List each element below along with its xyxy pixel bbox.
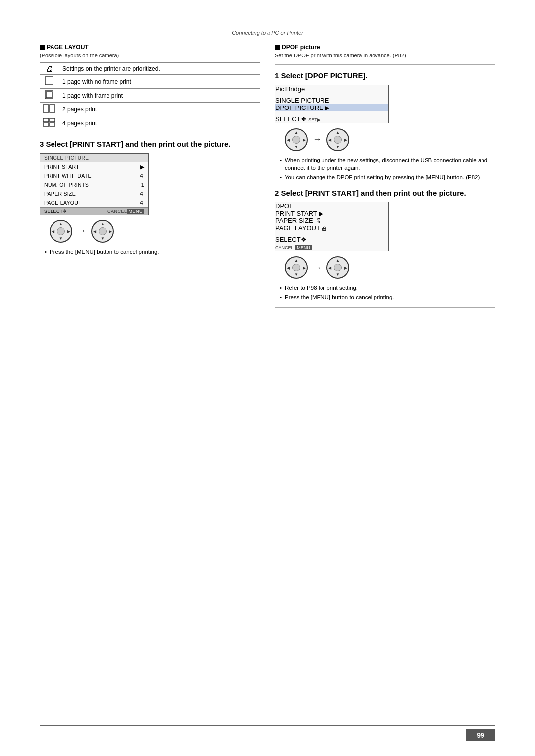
svg-rect-4 [50,105,55,112]
dpad-step2-right-r: ▶ [344,266,347,270]
dpad-step2-right: ▲ ▼ ◀ ▶ [326,256,349,279]
dpof-screen2-label-paper: PAPER SIZE [275,217,313,224]
page-container: Connecting to a PC or Printer PAGE LAYOU… [0,0,535,756]
dpof-screen2-row-start: PRINT START ▶ [275,210,388,217]
dpof-screen2-menu: MENU [295,245,312,250]
black-square-dpof-icon [275,45,280,50]
row-icon-papersize: 🖨 [139,191,144,197]
table-row: 4 pages print [40,116,260,130]
step3-header: 3 Select [PRINT START] and then print ou… [40,139,260,149]
dpad-step2-down: ▼ [294,272,298,277]
dpof-screen1-bottom: SELECT❖ SET▶ [275,115,388,123]
right-col-divider [275,307,495,308]
two-col-layout: PAGE LAYOUT (Possible layouts on the cam… [40,44,495,314]
arrow-right-step3: → [77,226,86,236]
dpof-screen1-set: SET▶ [308,117,321,122]
row-label-printstart: PRINT START [44,164,79,170]
dpof-screen2-icon-layout: 🖨 [321,224,328,232]
dpof-row-dpof-label: DPOF PICTURE [275,104,323,111]
table-row: 1 page with no frame print [40,75,260,89]
dpof-screen1-spacer [275,93,388,97]
row-arrow-printstart: ▶ [140,164,144,170]
screen-row-printstart: PRINT START ▶ [40,162,148,171]
dpad-inner-left [57,227,65,235]
step1-header: 1 Select [DPOF PICTURE]. [275,71,495,81]
table-cell-1page-text: 1 page with no frame print [58,75,260,89]
dpof-screen2-spacer [275,232,388,236]
dpad-step1-right: ▲ ▼ ◀ ▶ [326,128,349,151]
screen1-title-text: SINGLE PICTURE [44,155,89,161]
icon-cell-1frame [40,89,58,103]
cancel-label: CANCEL [107,209,127,214]
dpof-subtitle: Set the DPOF print with this camera in a… [275,53,495,58]
dpad-step1-left-r: ◀ [328,137,331,142]
dpof-screen2-title: DPOF [275,202,388,210]
svg-rect-6 [50,118,55,122]
dpad-step1-right-arrow: ▶ [303,137,306,142]
page-layout-title-text: PAGE LAYOUT [47,44,89,51]
dpad-step1-left: ▲ ▼ ◀ ▶ [285,128,308,151]
page-layout-section-title: PAGE LAYOUT [40,44,260,51]
svg-rect-5 [43,118,49,122]
dpad-step1-inner-left [292,136,300,144]
dpad-down-r: ▼ [101,236,105,241]
dpof-note1: When printing under the new settings, di… [280,156,495,172]
dpof-screen2-cancel: CANCEL [275,245,294,250]
left-col-divider [40,262,260,262]
dpof-screen1-select: SELECT❖ [275,115,307,123]
step2-header: 2 Select [PRINT START] and then print ou… [275,188,495,198]
screen-row-printdate: PRINT WITH DATE 🖨 [40,171,148,180]
page-layout-subtitle: (Possible layouts on the camera) [40,53,260,58]
note1-text: Press the [MENU] button to cancel printi… [50,249,159,255]
svg-rect-0 [45,77,53,85]
cancel-menu-group: CANCEL MENU [107,209,144,214]
icon-cell-2pages [40,103,58,116]
dpof-screen1-row-dpof: DPOF PICTURE ▶ [275,104,388,111]
dpad-step2-up: ▲ [294,258,298,263]
step2-heading-text: 2 Select [PRINT START] and then print ou… [275,189,466,197]
table-cell-2pages-text: 2 pages print [58,103,260,116]
dpof-screen2-row-layout: PAGE LAYOUT 🖨 [275,224,388,232]
table-cell-4pages-text: 4 pages print [58,116,260,130]
1page-noframe-icon [44,76,54,85]
bottom-line [40,725,495,726]
page-number-text: 99 [477,731,484,739]
layout-table: 🖨 Settings on the printer are prioritize… [40,62,260,130]
dpof-section-title: DPOF picture [275,44,495,51]
dpof-screen2-icon-paper: 🖨 [315,217,321,224]
black-square-icon [40,45,45,50]
dpad-step2-left-r: ◀ [328,266,331,270]
dpof-screen2-select: SELECT❖ [275,236,307,243]
dpad-left-r: ◀ [93,229,96,233]
dpad-up: ▲ [59,222,63,226]
page-header: Connecting to a PC or Printer [40,30,495,36]
icon-cell-1page [40,75,58,89]
arrow-right-step2: → [313,263,321,273]
svg-rect-3 [43,105,49,112]
2pages-icon [43,104,55,113]
dpad-circle-right: ▲ ▼ ◀ ▶ [91,220,114,243]
row-label-papersize: PAPER SIZE [44,191,76,197]
dpad-circle-left: ▲ ▼ ◀ ▶ [50,220,72,243]
row-label-pagelayout: PAGE LAYOUT [44,200,82,206]
icon-cell-4pages [40,116,58,130]
table-cell-1frame-text: 1 page with frame print [58,89,260,103]
dpad-step1-left-arrow: ◀ [287,137,290,142]
screen-row-pagelayout: PAGE LAYOUT 🖨 [40,198,148,207]
dpad-step2-down-r: ▼ [336,272,340,277]
screen-row-papersize: PAPER SIZE 🖨 [40,189,148,198]
dpof-row-single-label: SINGLE PICTURE [275,97,329,104]
dpad-step2-up-r: ▲ [336,258,340,263]
dpof-pictbridge-screen: PictBridge SINGLE PICTURE DPOF PICTURE ▶… [275,85,389,123]
dpof-screen2: DPOF PRINT START ▶ PAPER SIZE 🖨 PAGE LAY… [275,202,389,251]
dpad-step1-down-r: ▼ [336,145,340,149]
dpof-screen1-spacer2 [275,111,388,115]
dpad-step3: ▲ ▼ ◀ ▶ → ▲ ▼ ◀ ▶ [50,220,260,243]
svg-rect-7 [43,123,49,126]
dpof-row-dpof-arrow: ▶ [325,104,330,111]
dpad-step2: ▲ ▼ ◀ ▶ → ▲ ▼ ◀ ▶ [285,256,495,279]
dpad-step2-left-arrow: ◀ [287,266,290,270]
page-number-badge: 99 [466,729,495,741]
dpof-screen2-label-layout: PAGE LAYOUT [275,224,320,232]
dpad-step1-up: ▲ [294,130,298,135]
